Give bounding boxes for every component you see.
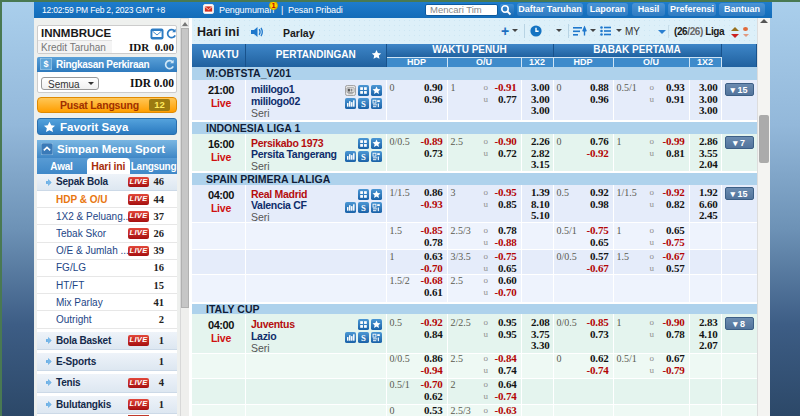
svg-text:S: S xyxy=(361,203,366,213)
svg-text:$: $ xyxy=(43,59,48,69)
svg-text:S: S xyxy=(361,332,366,342)
svg-text:S: S xyxy=(361,98,366,108)
svg-text:S: S xyxy=(361,152,366,162)
